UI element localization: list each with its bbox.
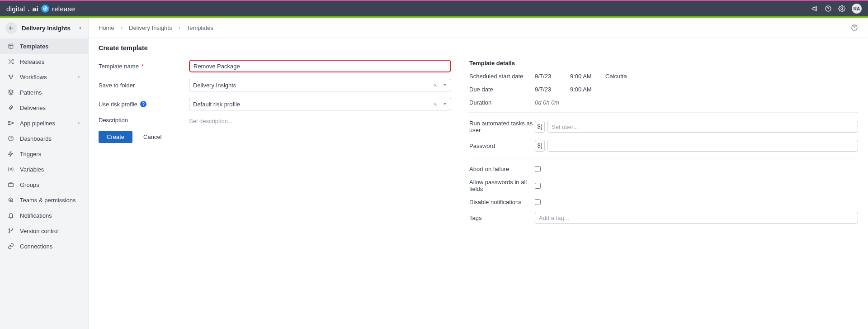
sidebar-item-label: Releases [20, 58, 81, 65]
main: Home › Delivery Insights › Templates Cre… [89, 18, 868, 329]
brand-wheel-icon [41, 5, 49, 13]
description-label: Description [99, 117, 189, 124]
save-to-folder-select[interactable]: Delivery Insights [189, 79, 451, 91]
sidebar-item-label: Templates [20, 43, 81, 50]
crumb-di[interactable]: Delivery Insights [129, 24, 172, 31]
sidebar-item-label: App pipelines [20, 120, 72, 127]
abort-label: Abort on failure [469, 166, 535, 172]
sidebar: Delivery Insights Templates Releases Wor… [0, 18, 89, 329]
rocket-icon [7, 104, 14, 111]
chevron-right-icon[interactable] [78, 26, 83, 30]
avatar[interactable]: RA [852, 4, 862, 14]
sidebar-item-workflows[interactable]: Workflows [0, 69, 88, 85]
sidebar-item-releases[interactable]: Releases [0, 54, 88, 69]
use-risk-profile-select[interactable]: Default risk profile [189, 98, 451, 110]
cancel-button[interactable]: Cancel [143, 134, 161, 140]
template-icon [7, 43, 14, 50]
crumb-home[interactable]: Home [99, 24, 114, 31]
password-label: Password [469, 143, 535, 149]
svg-rect-8 [9, 124, 9, 125]
sidebar-item-variables[interactable]: Variables [0, 162, 88, 177]
sidebar-item-templates[interactable]: Templates [0, 38, 88, 54]
template-details: Template details Scheduled start date 9/… [469, 60, 858, 230]
disable-notif-checkbox[interactable] [535, 199, 541, 205]
divider [469, 158, 858, 158]
tags-input[interactable] [535, 212, 858, 224]
sidebar-item-app-pipelines[interactable]: App pipelines [0, 115, 88, 131]
sidebar-item-label: Triggers [20, 151, 81, 157]
shuffle-icon [7, 58, 14, 65]
top-actions: RA [811, 4, 862, 14]
link-icon [7, 243, 14, 250]
allow-pwd-label: Allow passwords in all fields [469, 179, 535, 192]
crumb-templates[interactable]: Templates [187, 24, 213, 31]
help-icon[interactable] [825, 5, 832, 12]
sidebar-header: Delivery Insights [0, 18, 88, 38]
run-as-input[interactable] [547, 121, 858, 133]
search-user-icon [7, 196, 14, 204]
description-field[interactable]: Set description... [189, 117, 233, 124]
sidebar-item-notifications[interactable]: Notifications [0, 208, 88, 223]
sidebar-item-groups[interactable]: Groups [0, 177, 88, 192]
sidebar-item-patterns[interactable]: Patterns [0, 85, 88, 100]
svg-point-14 [9, 232, 9, 233]
variable-button[interactable]: ${ [535, 121, 545, 133]
duration-value: 0d 0h 0m [535, 99, 559, 106]
create-button[interactable]: Create [99, 131, 132, 143]
duration-label: Duration [469, 99, 535, 106]
clear-icon[interactable] [433, 101, 438, 107]
save-to-folder-label: Save to folder [99, 82, 189, 89]
branch-icon [7, 227, 14, 234]
start-date-label: Scheduled start date [469, 73, 535, 80]
bolt-icon [7, 150, 14, 157]
svg-rect-11 [9, 183, 14, 187]
variable-button[interactable]: ${ [535, 140, 545, 152]
svg-rect-7 [9, 121, 9, 122]
sidebar-item-version-control[interactable]: Version control [0, 223, 88, 238]
abort-checkbox[interactable] [535, 166, 541, 172]
gear-icon[interactable] [838, 5, 845, 12]
back-button[interactable] [5, 22, 17, 34]
layers-icon [7, 89, 14, 96]
due-date-value[interactable]: 9/7/23 [535, 86, 570, 93]
chevron-down-icon[interactable] [443, 83, 447, 87]
sidebar-item-label: Variables [20, 166, 81, 173]
due-time-value[interactable]: 9:00 AM [570, 86, 605, 93]
workflow-icon [7, 73, 14, 81]
bell-icon [7, 212, 14, 219]
sidebar-item-label: Deliveries [20, 105, 81, 111]
svg-rect-9 [12, 123, 13, 124]
disable-notif-label: Disable notifications [469, 199, 535, 205]
use-risk-profile-label: Use risk profile ? [99, 101, 189, 108]
sidebar-item-dashboards[interactable]: Dashboards [0, 131, 88, 146]
start-date-value[interactable]: 9/7/23 [535, 73, 570, 80]
top-bar: digital.ai release RA [0, 0, 868, 16]
sidebar-item-triggers[interactable]: Triggers [0, 146, 88, 162]
chevron-down-icon[interactable] [443, 102, 447, 106]
chevron-right-icon: › [178, 24, 180, 31]
template-name-input[interactable] [189, 60, 451, 72]
page-help-icon[interactable] [851, 24, 858, 31]
briefcase-icon [7, 181, 14, 188]
info-icon[interactable]: ? [140, 101, 146, 107]
sidebar-item-label: Groups [20, 181, 81, 188]
password-input[interactable] [547, 140, 858, 152]
svg-point-15 [12, 229, 13, 229]
start-time-value[interactable]: 9:00 AM [570, 73, 605, 80]
svg-point-4 [9, 75, 9, 76]
sidebar-item-deliveries[interactable]: Deliveries [0, 100, 88, 115]
sidebar-item-teams[interactable]: Teams & permissions [0, 192, 88, 208]
allow-pwd-checkbox[interactable] [535, 183, 541, 189]
clear-icon[interactable] [433, 82, 438, 88]
brand: digital.ai release [6, 5, 75, 13]
sidebar-item-connections[interactable]: Connections [0, 238, 88, 254]
start-tz-value[interactable]: Calcutta [605, 73, 627, 80]
announce-icon[interactable] [811, 5, 818, 12]
variable-icon [7, 166, 14, 173]
chevron-right-icon [77, 75, 81, 79]
run-as-label: Run automated tasks as user [469, 120, 535, 134]
sidebar-item-label: Dashboards [20, 135, 81, 142]
chevron-right-icon [77, 121, 81, 125]
svg-point-5 [12, 75, 13, 76]
pipeline-icon [7, 119, 14, 127]
